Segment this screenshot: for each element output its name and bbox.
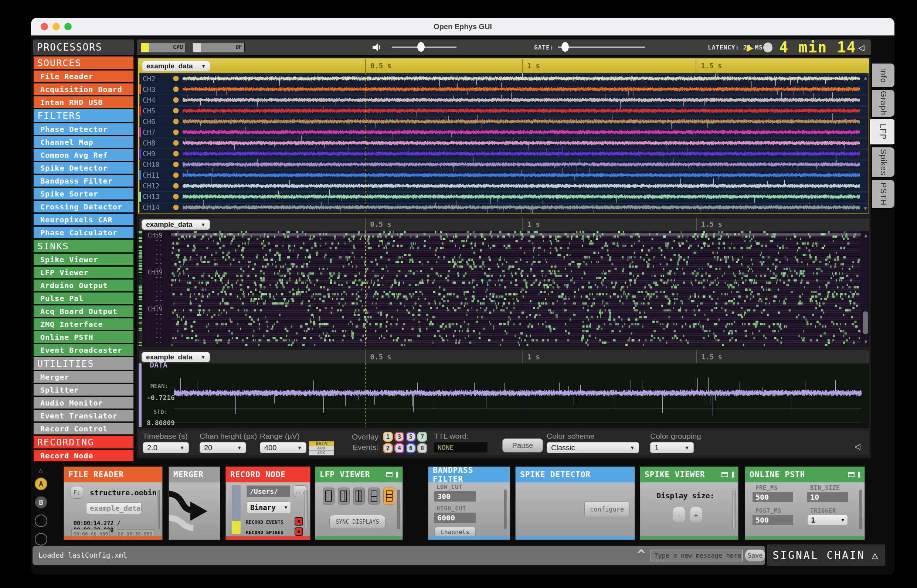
overlay-event-6-button[interactable]: 6 — [406, 443, 416, 453]
post-ms-field[interactable]: 500 — [753, 515, 793, 525]
open-window-icon[interactable] — [721, 472, 728, 477]
pin-tab-icon[interactable] — [732, 472, 734, 478]
sidebar-item-online-psth[interactable]: Online PSTH — [33, 331, 134, 343]
scroll-down-icon[interactable]: ▼ — [865, 339, 867, 345]
aux-type-button[interactable]: AUX — [309, 446, 334, 451]
sidebar-item-record-node[interactable]: Record Node — [33, 449, 134, 462]
overlay-event-3-button[interactable]: 3 — [394, 432, 404, 442]
sidebar-item-lfp-viewer[interactable]: LFP Viewer — [33, 266, 134, 278]
overlay-event-7-button[interactable]: 7 — [417, 432, 427, 442]
tab-info[interactable]: Info — [872, 63, 894, 87]
data-trace-display[interactable]: DATA MEAN: -0.7216 STD: 8.80809 — [139, 363, 869, 427]
layout-one-pane-button[interactable] — [322, 488, 334, 504]
spike-viewer-module[interactable]: SPIKE VIEWER Display size: - + — [640, 467, 739, 540]
sidebar-item-event-broadcaster[interactable]: Event Broadcaster — [33, 344, 134, 356]
sidebar-item-crossing-detector[interactable]: Crossing Detector — [33, 200, 134, 213]
raster-source-dropdown[interactable]: example_data ▼ — [141, 220, 210, 230]
pause-button[interactable]: Pause — [502, 438, 543, 452]
overlay-event-8-button[interactable]: 8 — [417, 443, 427, 453]
chain-b-button[interactable]: B — [35, 496, 47, 509]
record-engine-dropdown[interactable]: Binary ▼ — [246, 502, 291, 514]
chevron-up-icon[interactable]: ^ — [637, 547, 645, 562]
sidebar-section-sinks[interactable]: SINKS — [33, 239, 134, 253]
overlay-event-1-button[interactable]: 1 — [383, 432, 393, 442]
layout-three-rows-button[interactable] — [383, 488, 395, 504]
merger-module[interactable]: MERGER — [168, 467, 220, 540]
open-window-icon[interactable] — [848, 472, 855, 477]
overlay-event-2-button[interactable]: 2 — [383, 443, 393, 453]
rail-up-icon[interactable]: △ — [35, 466, 47, 475]
spike-raster-panel[interactable]: example_data ▼ 0.5 s1 s1.5 s ▲ ▼ — [138, 217, 869, 346]
sidebar-item-record-control[interactable]: Record Control — [33, 423, 134, 435]
sidebar-item-merger[interactable]: Merger — [33, 371, 134, 383]
module-grip[interactable] — [732, 490, 736, 529]
overlay-event-5-button[interactable]: 5 — [406, 432, 416, 442]
sidebar-item-audio-monitor[interactable]: Audio Monitor — [33, 397, 134, 409]
bin-size-field[interactable]: 10 — [807, 492, 848, 502]
sidebar-item-event-translator[interactable]: Event Translator — [33, 410, 134, 422]
file-select-button[interactable]: F: — [71, 486, 83, 499]
scroll-up-icon[interactable]: ▲ — [864, 74, 867, 81]
module-grip[interactable] — [397, 490, 400, 529]
open-window-icon[interactable] — [386, 472, 392, 477]
sidebar-item-phase-detector[interactable]: Phase Detector — [33, 123, 134, 135]
sync-displays-button[interactable]: SYNC DISPLAYS — [329, 515, 386, 529]
sidebar-item-phase-calculator[interactable]: Phase Calculator — [33, 226, 134, 239]
gate-knob[interactable] — [561, 42, 569, 52]
volume-knob[interactable] — [417, 42, 424, 52]
tab-psth[interactable]: PSTH — [872, 180, 894, 208]
low-cut-field[interactable]: 300 — [434, 491, 476, 502]
pre-ms-field[interactable]: 500 — [753, 492, 793, 502]
decrease-size-button[interactable]: - — [673, 507, 685, 523]
module-grip[interactable] — [504, 490, 507, 529]
tab-lfp[interactable]: LFP — [870, 119, 894, 144]
channels-button[interactable]: Channels — [434, 527, 476, 537]
chan-height-dropdown[interactable]: 20 ▼ — [199, 442, 246, 453]
sidebar-item-pulse-pal[interactable]: Pulse Pal — [33, 292, 134, 304]
lfp-viewer-panel[interactable]: example_data ▼ 0.5 s1 s1.5 s ▲ ▼ — [138, 58, 869, 213]
range-dropdown[interactable]: 400 ▼ — [260, 442, 306, 453]
data-channel-panel[interactable]: example_data ▼ 0.5 s1 s1.5 s DATA MEAN: … — [138, 350, 869, 428]
broadcast-message-input[interactable] — [651, 549, 743, 561]
signal-chain-toggle[interactable]: SIGNAL CHAIN △ — [767, 544, 885, 566]
lfp-trace-display[interactable]: ▲ ▼ — [139, 73, 868, 213]
chain-empty-slot[interactable] — [35, 515, 47, 527]
sidebar-item-zmq-interface[interactable]: ZMQ Interface — [33, 318, 134, 330]
sidebar-item-spike-sorter[interactable]: Spike Sorter — [33, 187, 134, 200]
scroll-up-icon[interactable]: ▲ — [865, 232, 867, 238]
high-cut-field[interactable]: 6000 — [434, 513, 476, 523]
tab-spikes[interactable]: Spikes — [872, 147, 894, 177]
spike-detector-module[interactable]: SPIKE DETECTOR configure — [515, 467, 635, 540]
sidebar-item-spike-detector[interactable]: Spike Detector — [33, 162, 134, 174]
online-psth-module[interactable]: ONLINE PSTH PRE_MS 500 BIN_SIZE 10 POST_… — [745, 467, 865, 540]
sidebar-section-utilities[interactable]: UTILITIES — [33, 357, 134, 370]
tab-graph[interactable]: Graph — [872, 90, 894, 117]
adc-type-button[interactable]: ADC — [309, 451, 334, 456]
record-path-field[interactable]: /Users/ — [246, 485, 290, 497]
sidebar-item-acq-board-output[interactable]: Acq Board Output — [33, 305, 134, 317]
gate-slider[interactable] — [558, 47, 645, 48]
save-button[interactable]: Save — [745, 549, 765, 561]
color-grouping-dropdown[interactable]: 1 ▼ — [650, 442, 694, 453]
module-grip[interactable] — [305, 490, 308, 529]
sidebar-item-neuropixels-car[interactable]: Neuropixels CAR — [33, 213, 134, 226]
collapse-left-icon[interactable]: ◁ — [855, 441, 860, 452]
chain-a-button[interactable]: A — [35, 478, 47, 490]
sidebar-section-recording[interactable]: RECORDING — [33, 435, 134, 449]
record-node-module[interactable]: RECORD NODE /Users/ ... Binary ▼ RECORD … — [225, 467, 311, 540]
record-events-toggle[interactable] — [295, 517, 303, 526]
raster-scrollbar-thumb[interactable] — [863, 311, 868, 334]
sidebar-item-intan-rhd-usb[interactable]: Intan RHD USB — [33, 96, 134, 108]
pin-tab-icon[interactable] — [858, 472, 860, 478]
pin-tab-icon[interactable] — [396, 472, 398, 478]
play-button[interactable]: ▶ — [747, 41, 753, 54]
stream-dropdown[interactable]: example_data ▼ — [86, 502, 141, 514]
sidebar-section-sources[interactable]: SOURCES — [33, 56, 134, 69]
sidebar-item-bandpass-filter[interactable]: Bandpass Filter — [33, 175, 134, 187]
bandpass-filter-module[interactable]: BANDPASS FILTER LOW_CUT 300 HIGH_CUT 600… — [428, 467, 510, 540]
sidebar-item-splitter[interactable]: Splitter — [33, 384, 134, 396]
raster-display[interactable]: ▲ ▼ — [139, 231, 869, 346]
increase-size-button[interactable]: + — [690, 507, 702, 523]
trigger-dropdown[interactable]: 1 ▼ — [807, 515, 848, 525]
sidebar-item-common-avg-ref[interactable]: Common Avg Ref — [33, 149, 134, 161]
